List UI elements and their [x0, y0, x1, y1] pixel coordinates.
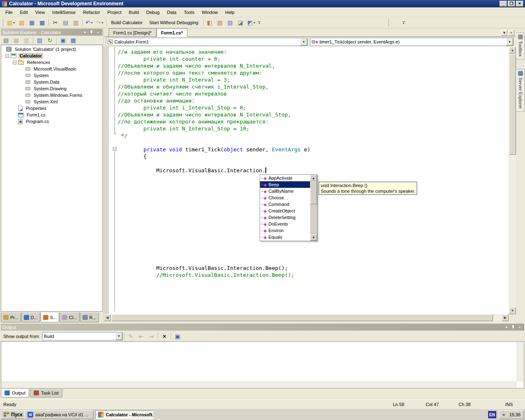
dropdown-arrow-icon[interactable]: ▾ — [253, 21, 255, 25]
undo-button[interactable]: ↶▾ — [84, 18, 94, 27]
view-code-button[interactable]: ▤ — [1, 36, 11, 45]
code-line[interactable]: //Объявляем и обнуляем счетчик i_Interva… — [118, 83, 509, 90]
tree-item[interactable]: System.Drawing — [1, 85, 102, 92]
menu-item-project[interactable]: Project — [104, 8, 125, 16]
vertical-scrollbar-thumb[interactable] — [509, 54, 516, 155]
resource-view-tab[interactable]: R... — [80, 313, 99, 322]
toolbar-overflow-chevron[interactable]: ▾ — [257, 18, 262, 27]
output-tab[interactable]: Output — [1, 389, 29, 397]
intellisense-item[interactable]: ≡◆Beep — [260, 181, 310, 188]
scroll-down-icon[interactable]: ▼ — [509, 307, 516, 314]
object-combo-arrow-icon[interactable]: ▼ — [300, 38, 307, 46]
code-line[interactable]: //Объявляем и задаем число интервалов N_… — [118, 111, 509, 118]
scroll-down-icon[interactable]: ▼ — [310, 234, 317, 241]
intellisense-item[interactable]: ≡◆CallByName — [260, 188, 310, 194]
document-tab[interactable]: Form1.cs [Design]* — [109, 28, 156, 37]
refresh-button[interactable]: ↻ — [45, 36, 55, 45]
intellisense-item[interactable]: ≡◆AppActivate — [260, 175, 310, 181]
new-item-button[interactable]: ▧▾ — [6, 18, 16, 27]
code-line[interactable]: //по достижении которого анимация прекра… — [118, 118, 509, 125]
server-explorer-tab[interactable]: Server Explorer — [516, 69, 525, 112]
code-line[interactable]: //после которого один текст сменяется др… — [118, 69, 509, 76]
solution-explorer-tab[interactable]: S... — [41, 313, 59, 322]
indicator-margin[interactable] — [104, 47, 109, 314]
menu-item-tools[interactable]: Tools — [180, 8, 198, 16]
panel-close-icon[interactable]: × — [95, 30, 101, 35]
menu-item-data[interactable]: Data — [163, 8, 180, 16]
scrollbar-thumb[interactable] — [310, 181, 317, 204]
save-button[interactable]: ▦ — [27, 18, 37, 27]
code-line[interactable]: private int N_Interval = 3; — [118, 76, 509, 83]
window-menu-arrow-icon[interactable]: ▾ — [82, 30, 88, 35]
code-line[interactable]: private int N_Interval_Stop = 10; — [118, 125, 509, 132]
menu-item-refactor[interactable]: Refactor — [79, 8, 104, 16]
tree-item[interactable]: Properties — [1, 105, 102, 112]
code-line[interactable] — [118, 160, 509, 167]
output-titlebar[interactable]: Output ▾ × — [1, 324, 524, 331]
panel-close-icon[interactable]: × — [517, 324, 523, 330]
toggle-word-wrap-button[interactable]: ▣ — [173, 332, 182, 341]
code-editor[interactable]: − //и задаем его начальное значение: pri… — [104, 47, 509, 314]
tree-item[interactable]: Microsoft.VisualBasic — [1, 66, 102, 72]
properties-button[interactable]: ▨ — [35, 36, 44, 45]
tree-expander-icon[interactable]: − — [5, 54, 9, 58]
scroll-right-icon[interactable]: ▶ — [502, 314, 509, 321]
minimize-button[interactable]: _ — [500, 1, 507, 7]
tree-item[interactable]: System — [1, 72, 102, 79]
view-designer-button[interactable]: ▦ — [11, 36, 21, 45]
menu-item-edit[interactable]: Edit — [16, 8, 32, 16]
properties-window-button[interactable]: ▨ — [215, 18, 225, 27]
scroll-left-icon[interactable]: ◀ — [104, 314, 111, 321]
auto-hide-pin-icon[interactable] — [510, 324, 516, 330]
document-tab[interactable]: Form1.cs* — [157, 28, 187, 37]
auto-hide-pin-icon[interactable] — [89, 30, 94, 35]
code-line[interactable] — [118, 251, 509, 258]
solution-explorer-button[interactable]: ◧ — [205, 18, 215, 27]
output-vertical-scrollbar[interactable] — [517, 342, 523, 381]
goto-prev-message-button[interactable]: ⇤ — [136, 332, 146, 341]
intellisense-item[interactable]: ≡◆Environ — [260, 227, 310, 234]
goto-next-message-button[interactable]: ⇥ — [146, 332, 156, 341]
properties-tab[interactable]: Pr... — [1, 313, 21, 322]
intellisense-item[interactable]: ≡◆DoEvents — [260, 221, 310, 227]
menu-item-view[interactable]: View — [32, 8, 49, 16]
other-windows-button[interactable]: ◩▾ — [246, 18, 256, 27]
taskbar-word-document[interactable]: WаааГрафика на VC# d1 ... — [25, 410, 94, 419]
editor-vertical-scrollbar[interactable]: ▲ ▼ — [509, 47, 516, 314]
build-calculator-button[interactable]: Build Calculator — [108, 18, 146, 27]
window-menu-arrow-icon[interactable]: ▾ — [504, 324, 509, 330]
paste-button[interactable]: ▥ — [71, 18, 80, 27]
restore-button[interactable]: ❐ — [508, 1, 515, 7]
output-combo-arrow-icon[interactable]: ▼ — [115, 333, 122, 340]
toolbox-tab[interactable]: Toolbox — [516, 32, 525, 59]
toolbar-grip[interactable] — [2, 19, 4, 26]
intellisense-item[interactable]: ≡◆Equals — [260, 234, 310, 240]
code-line[interactable]: */ — [118, 132, 509, 139]
start-without-debugging-button[interactable]: Start Without Debugging — [146, 18, 201, 27]
tree-item[interactable]: Program.cs — [1, 118, 102, 125]
task-list-tab[interactable]: Task List — [30, 389, 62, 397]
scroll-up-icon[interactable]: ▲ — [310, 175, 317, 181]
menu-item-help[interactable]: Help — [221, 8, 238, 16]
output-content[interactable] — [1, 341, 524, 388]
toolbox-button[interactable]: ◪ — [236, 18, 245, 27]
scroll-up-icon[interactable]: ▲ — [509, 47, 516, 54]
output-horizontal-scrollbar[interactable] — [2, 381, 517, 388]
close-document-icon[interactable]: × — [508, 30, 514, 36]
close-button[interactable]: × — [516, 1, 523, 7]
menu-item-window[interactable]: Window — [198, 8, 221, 16]
show-all-files-button[interactable]: ▣ — [58, 36, 68, 45]
intellisense-item[interactable]: ≡◆CreateObject — [260, 208, 310, 214]
clear-all-button[interactable]: × — [160, 332, 169, 341]
open-file-button[interactable]: ▨ — [17, 18, 26, 27]
start-button[interactable]: Пуск — [1, 410, 25, 419]
code-line[interactable]: Microsoft.VisualBasic.Interaction. — [118, 167, 509, 174]
code-line[interactable]: //который считает число интервалов — [118, 90, 509, 97]
dropdown-arrow-icon[interactable]: ▾ — [91, 21, 93, 25]
show-details-button[interactable]: ▩ — [68, 36, 78, 45]
code-line[interactable]: { — [118, 153, 509, 160]
tray-chevron-icon[interactable]: « — [502, 412, 505, 418]
intellisense-scrollbar[interactable]: ▲ ▼ — [310, 175, 317, 241]
intellisense-item[interactable]: ≡◆Command — [260, 201, 310, 208]
view-diagram-button[interactable]: ▥ — [22, 36, 31, 45]
